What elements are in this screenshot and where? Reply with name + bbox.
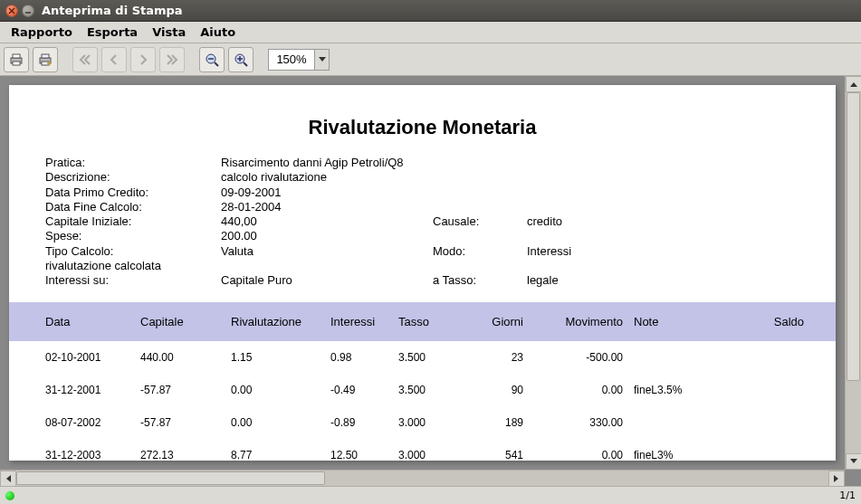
print-button[interactable]	[4, 47, 29, 72]
close-window-button[interactable]	[5, 5, 18, 17]
menu-esporta[interactable]: Esporta	[80, 24, 145, 41]
meta-value: calcolo rivalutazione	[221, 170, 429, 185]
vertical-scrollbar[interactable]	[845, 76, 861, 470]
page-setup-button[interactable]	[33, 47, 58, 72]
meta-label: Tipo Calcolo:	[45, 244, 217, 259]
cell-saldo	[751, 449, 815, 461]
meta-label: rivalutazione calcolata	[45, 259, 217, 273]
meta-label: Interessi su:	[45, 273, 217, 288]
th-movimento: Movimento	[534, 315, 634, 328]
cell-note	[634, 351, 751, 364]
last-page-button[interactable]	[159, 47, 185, 72]
chevron-up-icon	[850, 81, 857, 87]
page-preview: Rivalutazione Monetaria Pratica: Risarci…	[9, 85, 836, 461]
preview-area: Rivalutazione Monetaria Pratica: Risarci…	[0, 76, 861, 486]
cell-movimento: 330.00	[534, 416, 634, 429]
cell-movimento: 0.00	[534, 384, 634, 396]
horizontal-scrollbar[interactable]	[0, 470, 845, 486]
table-row: 02-10-2001440.001.150.983.50023-500.00	[45, 341, 836, 374]
chevron-right-icon	[834, 475, 839, 482]
cell-tasso: 3.500	[398, 351, 457, 364]
menubar: Rapporto Esporta Vista Aiuto	[0, 22, 861, 43]
cell-interessi: -0.89	[330, 416, 398, 429]
zoom-in-icon	[234, 52, 248, 67]
cell-note: fineL3%	[634, 449, 751, 461]
titlebar: Anteprima di Stampa	[0, 0, 861, 22]
table-row: 08-07-2002-57.870.00-0.893.000189330.00	[45, 406, 836, 439]
report-meta: Pratica: Risarcimento danni Agip Petroli…	[45, 156, 799, 288]
meta-value: Risarcimento danni Agip Petroli/Q8	[221, 156, 429, 170]
meta-value: Interessi	[527, 244, 636, 259]
zoom-in-button[interactable]	[228, 47, 254, 72]
chevron-left-icon	[5, 475, 11, 482]
cell-saldo	[751, 351, 815, 364]
table-header: Data Capitale Rivalutazione Interessi Ta…	[9, 302, 836, 341]
meta-label: Spese:	[45, 229, 217, 243]
cell-note	[634, 416, 751, 429]
minimize-window-button[interactable]	[22, 5, 34, 17]
meta-label: Modo:	[433, 244, 523, 259]
zoom-out-button[interactable]	[199, 47, 225, 72]
scroll-down-button[interactable]	[846, 453, 861, 470]
zoom-dropdown-button[interactable]	[314, 50, 329, 70]
svg-rect-7	[42, 54, 49, 58]
menu-vista[interactable]: Vista	[145, 24, 193, 41]
scroll-left-button[interactable]	[0, 471, 16, 486]
page-indicator: 1/1	[839, 490, 856, 501]
last-page-icon	[165, 52, 179, 67]
cell-rivalutazione: 1.15	[231, 351, 330, 364]
meta-value: 28-01-2004	[221, 200, 429, 214]
cell-interessi: -0.49	[330, 384, 398, 396]
th-tasso: Tasso	[398, 315, 457, 328]
prev-page-button[interactable]	[101, 47, 127, 72]
scroll-up-button[interactable]	[846, 76, 861, 92]
meta-label: Data Fine Calcolo:	[45, 200, 217, 214]
cell-data: 08-07-2002	[45, 416, 140, 429]
printer-icon	[8, 52, 24, 68]
scroll-thumb[interactable]	[16, 471, 325, 485]
zoom-out-icon	[205, 52, 219, 67]
scroll-track[interactable]	[846, 92, 861, 453]
cell-giorni: 189	[457, 416, 534, 429]
cell-interessi: 0.98	[330, 351, 398, 364]
cell-rivalutazione: 8.77	[231, 449, 330, 461]
first-page-icon	[78, 52, 92, 67]
page-setup-icon	[37, 52, 53, 68]
scroll-thumb[interactable]	[847, 92, 860, 381]
cell-interessi: 12.50	[330, 449, 398, 461]
meta-value: Capitale Puro	[221, 273, 429, 288]
toolbar	[0, 43, 861, 76]
th-interessi: Interessi	[330, 315, 398, 328]
cell-capitale: -57.87	[140, 384, 231, 396]
cell-saldo	[751, 416, 815, 429]
chevron-down-icon	[850, 459, 857, 464]
meta-value: credito	[527, 214, 636, 229]
menu-rapporto[interactable]: Rapporto	[4, 24, 80, 41]
window-title: Anteprima di Stampa	[42, 4, 183, 17]
cell-data: 31-12-2003	[45, 449, 140, 461]
zoom-input[interactable]	[269, 51, 314, 68]
svg-point-9	[47, 62, 51, 65]
report-title: Rivalutazione Monetaria	[45, 116, 799, 139]
cell-tasso: 3.500	[398, 384, 457, 396]
cell-tasso: 3.000	[398, 416, 457, 429]
menu-aiuto[interactable]: Aiuto	[193, 24, 243, 41]
next-page-button[interactable]	[130, 47, 156, 72]
meta-value: 440,00	[221, 214, 429, 229]
svg-line-11	[215, 62, 218, 66]
table-body: 02-10-2001440.001.150.983.50023-500.0031…	[9, 341, 836, 461]
cell-giorni: 90	[457, 384, 534, 396]
cell-capitale: 440.00	[140, 351, 231, 364]
meta-label: Descrizione:	[45, 170, 217, 185]
scroll-right-button[interactable]	[828, 471, 845, 486]
cell-giorni: 541	[457, 449, 534, 461]
th-note: Note	[634, 315, 751, 328]
cell-movimento: -500.00	[534, 351, 634, 364]
scroll-track[interactable]	[16, 471, 828, 486]
svg-rect-4	[13, 54, 20, 58]
table-row: 31-12-2003272.138.7712.503.0005410.00fin…	[45, 439, 836, 461]
first-page-button[interactable]	[72, 47, 98, 72]
th-saldo: Saldo	[751, 315, 815, 328]
zoom-combo[interactable]	[268, 49, 330, 71]
status-indicator-icon	[5, 491, 14, 500]
